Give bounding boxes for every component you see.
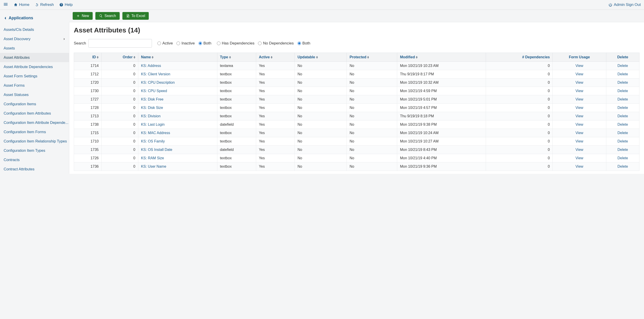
cell-name-link[interactable]: KS: Division (141, 114, 160, 118)
cell-view-link[interactable]: View (576, 156, 583, 160)
cell-name-link[interactable]: KS: OS Family (141, 139, 165, 143)
new-button[interactable]: New (73, 12, 93, 20)
cell-delete-link[interactable]: Delete (618, 122, 628, 126)
col-label-protected: Protected (350, 55, 366, 59)
col-active[interactable]: Active (256, 53, 294, 62)
cell-delete: Delete (606, 95, 639, 104)
sidebar-item-0[interactable]: Assets/CIs Details (0, 25, 69, 34)
cell-view-link[interactable]: View (576, 106, 583, 110)
col-id[interactable]: ID (74, 53, 102, 62)
sidebar-item-14[interactable]: Contracts (0, 155, 69, 164)
cell-view-link[interactable]: View (576, 131, 583, 135)
sidebar-item-7[interactable]: Asset Statuses (0, 90, 69, 99)
cell-name-link[interactable]: KS: Disk Size (141, 106, 163, 110)
sidebar-item-10[interactable]: Configuration Item Attribute Depende... (0, 118, 69, 127)
sidebar-item-8[interactable]: Configuration Items (0, 99, 69, 109)
cell-name-link[interactable]: KS: MAC Address (141, 131, 170, 135)
refresh-link[interactable]: Refresh (35, 2, 54, 7)
deps-radio-0[interactable] (217, 41, 220, 45)
cell-view-link[interactable]: View (576, 97, 583, 101)
excel-button[interactable]: To Excel (122, 12, 149, 20)
col-type[interactable]: Type (217, 53, 256, 62)
cell-type: textarea (217, 62, 256, 70)
cell-delete-link[interactable]: Delete (618, 64, 628, 68)
sidebar-item-12[interactable]: Configuration Item Relationship Types (0, 137, 69, 146)
cell-view-link[interactable]: View (576, 80, 583, 84)
deps-label-2: Both (302, 41, 310, 46)
deps-radio-1[interactable] (258, 41, 262, 45)
status-radio-0[interactable] (157, 41, 161, 45)
cell-delete-link[interactable]: Delete (618, 89, 628, 93)
cell-view-link[interactable]: View (576, 72, 583, 76)
sidebar-back[interactable]: Applications (0, 13, 69, 23)
cell-delete-link[interactable]: Delete (618, 148, 628, 152)
sidebar-item-6[interactable]: Asset Forms (0, 81, 69, 90)
signout-link[interactable]: Admin Sign Out (608, 2, 641, 7)
col-protected[interactable]: Protected (347, 53, 397, 62)
status-radio-2[interactable] (198, 41, 202, 45)
help-link[interactable]: Help (59, 2, 73, 7)
cell-view-link[interactable]: View (576, 148, 583, 152)
cell-name-link[interactable]: KS: Disk Free (141, 97, 164, 101)
deps-radio-2[interactable] (298, 41, 301, 45)
cell-name-link[interactable]: KS: Address (141, 64, 161, 68)
sidebar-item-label: Configuration Item Attribute Depende... (4, 120, 68, 125)
table-row: 17140KS: AddresstextareaYesNoNoMon 10/21… (74, 62, 640, 70)
sidebar-item-13[interactable]: Configuration Item Types (0, 146, 69, 155)
status-radio-1[interactable] (176, 41, 180, 45)
cell-order: 0 (102, 62, 138, 70)
cell-view: View (553, 104, 606, 112)
sidebar-item-15[interactable]: Contract Attributes (0, 164, 69, 174)
sidebar-item-2[interactable]: Assets (0, 43, 69, 53)
cell-name-link[interactable]: KS: User Name (141, 164, 166, 168)
cell-view-link[interactable]: View (576, 139, 583, 143)
cell-view-link[interactable]: View (576, 164, 583, 168)
cell-name-link[interactable]: KS: Client Version (141, 72, 170, 76)
cell-view-link[interactable]: View (576, 64, 583, 68)
cell-delete: Delete (606, 120, 639, 129)
col-name[interactable]: Name (138, 53, 217, 62)
sidebar-item-11[interactable]: Configuration Item Forms (0, 127, 69, 137)
col-order[interactable]: Order (102, 53, 138, 62)
col-updatable[interactable]: Updatable (295, 53, 347, 62)
cell-delete-link[interactable]: Delete (618, 164, 628, 168)
cell-delete-link[interactable]: Delete (618, 106, 628, 110)
cell-protected: No (347, 104, 397, 112)
search-button[interactable]: Search (95, 12, 120, 20)
cell-delete-link[interactable]: Delete (618, 97, 628, 101)
deps-option-1[interactable]: No Dependencies (258, 41, 294, 46)
cell-deps: 0 (486, 95, 552, 104)
status-option-2[interactable]: Both (198, 41, 212, 46)
cell-name-link[interactable]: KS: CPU Description (141, 80, 175, 84)
cell-delete-link[interactable]: Delete (618, 156, 628, 160)
col-modified[interactable]: Modified (397, 53, 486, 62)
deps-option-0[interactable]: Has Dependencies (217, 41, 254, 46)
home-link[interactable]: Home (14, 2, 29, 7)
cell-delete-link[interactable]: Delete (618, 72, 628, 76)
cell-delete-link[interactable]: Delete (618, 80, 628, 84)
status-option-1[interactable]: Inactive (176, 41, 195, 46)
cell-view-link[interactable]: View (576, 122, 583, 126)
deps-option-2[interactable]: Both (298, 41, 310, 46)
cell-name-link[interactable]: KS: CPU Speed (141, 89, 167, 93)
cell-name-link[interactable]: KS: OS Install Date (141, 148, 172, 152)
sidebar-item-9[interactable]: Configuration Item Attributes (0, 109, 69, 118)
cell-view-link[interactable]: View (576, 114, 583, 118)
sidebar-item-4[interactable]: Asset Attribute Dependencies (0, 62, 69, 71)
sidebar-item-5[interactable]: Asset Form Settings (0, 71, 69, 81)
sidebar-item-1[interactable]: Asset Discovery (0, 34, 69, 43)
chevron-left-icon (4, 16, 7, 20)
home-icon (14, 3, 18, 7)
search-input[interactable] (88, 39, 152, 48)
cell-name-link[interactable]: KS: Last Login (141, 122, 165, 126)
cell-delete-link[interactable]: Delete (618, 131, 628, 135)
cell-delete-link[interactable]: Delete (618, 114, 628, 118)
cell-view-link[interactable]: View (576, 89, 583, 93)
menu-toggle[interactable] (3, 2, 8, 8)
status-option-0[interactable]: Active (157, 41, 173, 46)
sidebar-item-3[interactable]: Asset Attributes (0, 53, 69, 62)
cell-protected: No (347, 78, 397, 87)
cell-name-link[interactable]: KS: RAM Size (141, 156, 164, 160)
cell-delete-link[interactable]: Delete (618, 139, 628, 143)
sidebar-item-label: Configuration Item Relationship Types (4, 139, 67, 143)
